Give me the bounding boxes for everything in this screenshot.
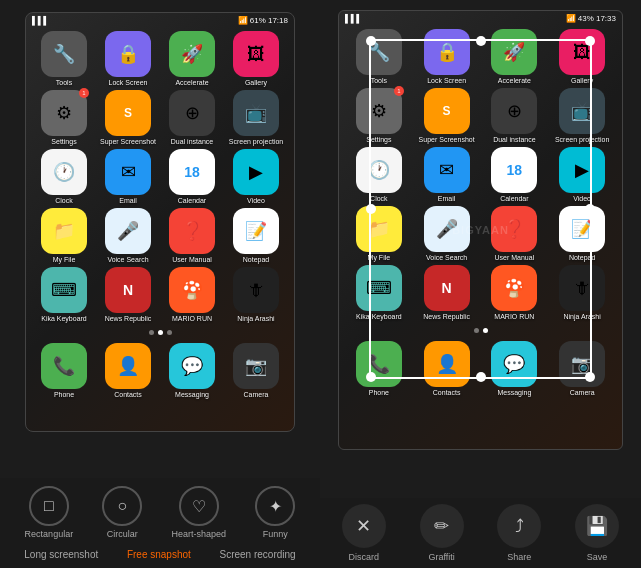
app-video[interactable]: ▶ Video (226, 149, 286, 204)
r-app-video[interactable]: ▶ Video (550, 147, 614, 202)
r-voice-label: Voice Search (426, 254, 467, 261)
r-settings-label: Settings (366, 136, 391, 143)
video-icon: ▶ (233, 149, 279, 195)
tool-funny[interactable]: ✦ Funny (255, 486, 295, 539)
r-myfile-icon: 📁 (356, 206, 402, 252)
nav-screen-recording[interactable]: Screen recording (219, 549, 295, 560)
app-super[interactable]: S Super Screenshot (98, 90, 158, 145)
r-bottom-app-row: 📞 Phone 👤 Contacts 💬 Messaging 📷 Camera (339, 337, 622, 400)
r-app-messaging[interactable]: 💬 Messaging (483, 341, 547, 396)
r-page-dots (339, 328, 622, 333)
super-label: Super Screenshot (100, 138, 156, 145)
r-app-dual[interactable]: ⊕ Dual instance (483, 88, 547, 143)
r-email-icon: ✉ (424, 147, 470, 193)
left-bottom-toolbar: □ Rectangular ○ Circular ♡ Heart-shaped … (0, 478, 320, 568)
app-mario[interactable]: 🍄 MARIO RUN (162, 267, 222, 322)
video-label: Video (247, 197, 265, 204)
r-app-mario[interactable]: 🍄 MARIO RUN (483, 265, 547, 320)
r-app-lockscreen[interactable]: 🔒 Lock Screen (415, 29, 479, 84)
r-app-gallery[interactable]: 🖼 Gallery (550, 29, 614, 84)
r-app-phone[interactable]: 📞 Phone (347, 341, 411, 396)
app-manual[interactable]: ❓ User Manual (162, 208, 222, 263)
r-app-contacts[interactable]: 👤 Contacts (415, 341, 479, 396)
r-messaging-label: Messaging (497, 389, 531, 396)
r-app-settings[interactable]: ⚙1 Settings (347, 88, 411, 143)
app-contacts[interactable]: 👤 Contacts (98, 343, 158, 398)
r-app-super[interactable]: S Super Screenshot (415, 88, 479, 143)
r-app-ninja[interactable]: 🗡 Ninja Arashi (550, 265, 614, 320)
action-graffiti[interactable]: ✏ Graffiti (420, 504, 464, 562)
r-screen-icon: 📺 (559, 88, 605, 134)
app-settings[interactable]: ⚙1 Settings (34, 90, 94, 145)
r-app-kika[interactable]: ⌨ Kika Keyboard (347, 265, 411, 320)
ninja-label: Ninja Arashi (237, 315, 274, 322)
r-app-accelerate[interactable]: 🚀 Accelerate (483, 29, 547, 84)
app-tools[interactable]: 🔧 Tools (34, 31, 94, 86)
left-phone-screen: ▌▌▌ 📶 61% 17:18 🔧 Tools 🔒 Lock Screen 🚀 … (25, 12, 295, 432)
action-save[interactable]: 💾 Save (575, 504, 619, 562)
r-camera-label: Camera (570, 389, 595, 396)
r-app-news[interactable]: N News Republic (415, 265, 479, 320)
r-notepad-label: Notepad (569, 254, 595, 261)
tool-heart[interactable]: ♡ Heart-shaped (172, 486, 227, 539)
action-share[interactable]: ⤴ Share (497, 504, 541, 562)
notepad-icon: 📝 (233, 208, 279, 254)
app-myfile[interactable]: 📁 My File (34, 208, 94, 263)
nav-free-snapshot[interactable]: Free snapshot (127, 549, 191, 560)
heart-icon: ♡ (179, 486, 219, 526)
app-lockscreen[interactable]: 🔒 Lock Screen (98, 31, 158, 86)
r-app-calendar[interactable]: 18 Calendar (483, 147, 547, 202)
r-myfile-label: My File (368, 254, 391, 261)
app-screen[interactable]: 📺 Screen projection (226, 90, 286, 145)
gallery-icon: 🖼 (233, 31, 279, 77)
app-camera[interactable]: 📷 Camera (226, 343, 286, 398)
app-ninja[interactable]: 🗡 Ninja Arashi (226, 267, 286, 322)
app-accelerate[interactable]: 🚀 Accelerate (162, 31, 222, 86)
r-app-tools[interactable]: 🔧 Tools (347, 29, 411, 84)
circular-label: Circular (107, 529, 138, 539)
r-notepad-icon: 📝 (559, 206, 605, 252)
app-gallery[interactable]: 🖼 Gallery (226, 31, 286, 86)
r-app-camera[interactable]: 📷 Camera (550, 341, 614, 396)
snapshot-tools: □ Rectangular ○ Circular ♡ Heart-shaped … (0, 486, 320, 539)
app-notepad[interactable]: 📝 Notepad (226, 208, 286, 263)
tool-rectangular[interactable]: □ Rectangular (25, 486, 74, 539)
r-app-email[interactable]: ✉ Email (415, 147, 479, 202)
app-kika[interactable]: ⌨ Kika Keyboard (34, 267, 94, 322)
r-app-voice[interactable]: 🎤 Voice Search (415, 206, 479, 261)
r-app-manual[interactable]: ❓ User Manual (483, 206, 547, 261)
app-email[interactable]: ✉ Email (98, 149, 158, 204)
funny-label: Funny (263, 529, 288, 539)
right-panel: ▌▌▌ 📶 43% 17:33 🔧 Tools 🔒 Lock Screen 🚀 … (320, 0, 641, 568)
app-news[interactable]: N News Republic (98, 267, 158, 322)
app-voice[interactable]: 🎤 Voice Search (98, 208, 158, 263)
graffiti-icon: ✏ (420, 504, 464, 548)
nav-long-screenshot[interactable]: Long screenshot (24, 549, 98, 560)
contacts-icon: 👤 (105, 343, 151, 389)
r-app-myfile[interactable]: 📁 My File (347, 206, 411, 261)
rectangular-label: Rectangular (25, 529, 74, 539)
right-phone-screen: ▌▌▌ 📶 43% 17:33 🔧 Tools 🔒 Lock Screen 🚀 … (338, 10, 623, 450)
r-voice-icon: 🎤 (424, 206, 470, 252)
messaging-label: Messaging (175, 391, 209, 398)
r-clock-label: Clock (370, 195, 388, 202)
funny-icon: ✦ (255, 486, 295, 526)
clock-label: Clock (55, 197, 73, 204)
app-messaging[interactable]: 💬 Messaging (162, 343, 222, 398)
r-video-icon: ▶ (559, 147, 605, 193)
app-dual[interactable]: ⊕ Dual instance (162, 90, 222, 145)
r-ninja-icon: 🗡 (559, 265, 605, 311)
action-discard[interactable]: ✕ Discard (342, 504, 386, 562)
voice-icon: 🎤 (105, 208, 151, 254)
app-clock[interactable]: 🕐 Clock (34, 149, 94, 204)
myfile-icon: 📁 (41, 208, 87, 254)
calendar-icon: 18 (169, 149, 215, 195)
r-app-clock[interactable]: 🕐 Clock (347, 147, 411, 202)
app-calendar[interactable]: 18 Calendar (162, 149, 222, 204)
r-super-icon: S (424, 88, 470, 134)
right-status-bar: ▌▌▌ 📶 43% 17:33 (339, 11, 622, 25)
tool-circular[interactable]: ○ Circular (102, 486, 142, 539)
app-phone[interactable]: 📞 Phone (34, 343, 94, 398)
r-app-screen[interactable]: 📺 Screen projection (550, 88, 614, 143)
r-app-notepad[interactable]: 📝 Notepad (550, 206, 614, 261)
